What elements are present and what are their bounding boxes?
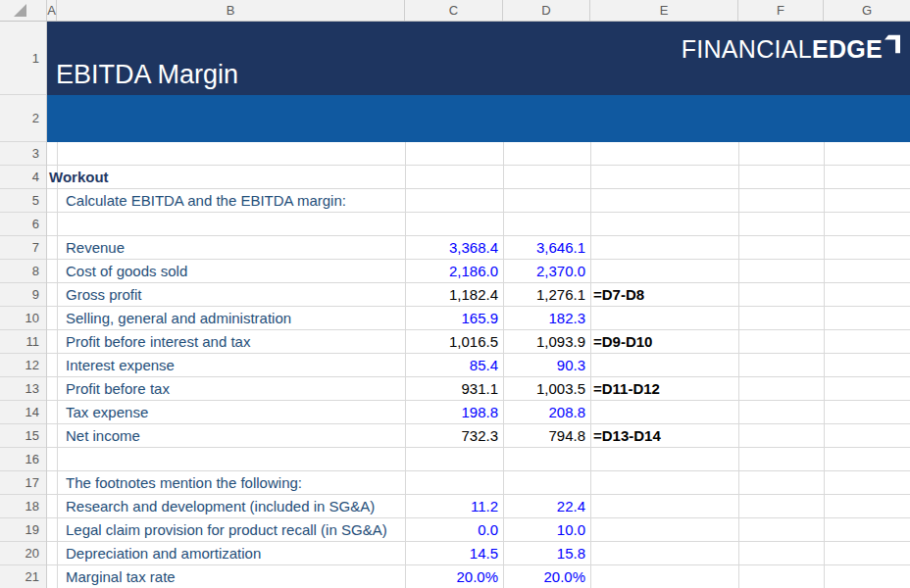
cell-B19[interactable]: Legal claim provision for product recall… bbox=[57, 518, 405, 542]
cell-D12[interactable]: 90.3 bbox=[503, 354, 590, 377]
column-header-C[interactable]: C bbox=[405, 0, 503, 21]
row-header-5[interactable]: 5 bbox=[0, 189, 46, 213]
cell-B5[interactable]: Calculate EBITDA and the EBITDA margin: bbox=[57, 189, 405, 213]
row-header-2[interactable]: 2 bbox=[0, 95, 46, 142]
cell-C10[interactable]: 165.9 bbox=[405, 307, 503, 330]
cell-E13[interactable]: =D11-D12 bbox=[590, 377, 738, 401]
cell-D7[interactable]: 3,646.1 bbox=[503, 236, 590, 260]
row-header-20[interactable]: 20 bbox=[0, 542, 46, 565]
cell-A10[interactable] bbox=[47, 307, 57, 330]
cell-B9[interactable]: Gross profit bbox=[57, 283, 405, 307]
cell-D11[interactable]: 1,093.9 bbox=[503, 330, 590, 354]
cell-B20[interactable]: Depreciation and amortization bbox=[57, 542, 405, 565]
cell-B11[interactable]: Profit before interest and tax bbox=[57, 330, 405, 354]
cell-C8[interactable]: 2,186.0 bbox=[405, 260, 503, 283]
cell-E9[interactable]: =D7-D8 bbox=[590, 283, 738, 307]
cell-C7[interactable]: 3,368.4 bbox=[405, 236, 503, 260]
cell-A16[interactable] bbox=[47, 448, 57, 471]
cell-C9[interactable]: 1,182.4 bbox=[405, 283, 503, 307]
cell-A20[interactable] bbox=[47, 542, 57, 565]
column-header-D[interactable]: D bbox=[503, 0, 590, 21]
cell-B21[interactable]: Marginal tax rate bbox=[57, 565, 405, 588]
row-header-19[interactable]: 19 bbox=[0, 518, 46, 542]
cell-A17[interactable] bbox=[47, 471, 57, 495]
row-header-18[interactable]: 18 bbox=[0, 495, 46, 518]
sheet-row-14: Tax expense 198.8 208.8 bbox=[47, 401, 910, 424]
row-header-12[interactable]: 12 bbox=[0, 354, 46, 377]
row-header-16[interactable]: 16 bbox=[0, 448, 46, 471]
cell-D14[interactable]: 208.8 bbox=[503, 401, 590, 424]
cell-B10[interactable]: Selling, general and administration bbox=[57, 307, 405, 330]
cell-D15[interactable]: 794.8 bbox=[503, 424, 590, 448]
cell-D19[interactable]: 10.0 bbox=[503, 518, 590, 542]
cell-A9[interactable] bbox=[47, 283, 57, 307]
column-header-G[interactable]: G bbox=[824, 0, 910, 21]
cell-A3[interactable] bbox=[47, 142, 57, 166]
cell-A6[interactable] bbox=[47, 213, 57, 236]
cell-A4[interactable]: Workout bbox=[47, 166, 395, 189]
row-header-3[interactable]: 3 bbox=[0, 142, 46, 166]
row-header-17[interactable]: 17 bbox=[0, 471, 46, 495]
cell-D9[interactable]: 1,276.1 bbox=[503, 283, 590, 307]
cell-A13[interactable] bbox=[47, 377, 57, 401]
row-header-8[interactable]: 8 bbox=[0, 260, 46, 283]
row-header-13[interactable]: 13 bbox=[0, 377, 46, 401]
cell-A7[interactable] bbox=[47, 236, 57, 260]
cell-B8[interactable]: Cost of goods sold bbox=[57, 260, 405, 283]
cell-A15[interactable] bbox=[47, 424, 57, 448]
cell-A14[interactable] bbox=[47, 401, 57, 424]
cell-A19[interactable] bbox=[47, 518, 57, 542]
row-header-6[interactable]: 6 bbox=[0, 213, 46, 236]
select-all-corner[interactable] bbox=[0, 0, 47, 21]
select-all-triangle-icon bbox=[14, 4, 26, 17]
row-header-4[interactable]: 4 bbox=[0, 166, 46, 189]
cell-E15[interactable]: =D13-D14 bbox=[590, 424, 738, 448]
cell-B7[interactable]: Revenue bbox=[57, 236, 405, 260]
cell-C19[interactable]: 0.0 bbox=[405, 518, 503, 542]
cell-A18[interactable] bbox=[47, 495, 57, 518]
cell-D18[interactable]: 22.4 bbox=[503, 495, 590, 518]
cell-E11[interactable]: =D9-D10 bbox=[590, 330, 738, 354]
cell-A12[interactable] bbox=[47, 354, 57, 377]
cell-B17[interactable]: The footnotes mention the following: bbox=[57, 471, 405, 495]
cell-C13[interactable]: 931.1 bbox=[405, 377, 503, 401]
cell-D13[interactable]: 1,003.5 bbox=[503, 377, 590, 401]
title-banner-cell[interactable]: EBITDA Margin FINANCIALEDGE bbox=[47, 22, 910, 95]
cell-C18[interactable]: 11.2 bbox=[405, 495, 503, 518]
cell-C11[interactable]: 1,016.5 bbox=[405, 330, 503, 354]
cell-C12[interactable]: 85.4 bbox=[405, 354, 503, 377]
column-header-E[interactable]: E bbox=[590, 0, 738, 21]
cell-D21[interactable]: 20.0% bbox=[503, 565, 590, 588]
sheet-row-8: Cost of goods sold 2,186.0 2,370.0 bbox=[47, 260, 910, 283]
cell-B13[interactable]: Profit before tax bbox=[57, 377, 405, 401]
row-header-21[interactable]: 21 bbox=[0, 565, 46, 588]
cell-A8[interactable] bbox=[47, 260, 57, 283]
row-header-11[interactable]: 11 bbox=[0, 330, 46, 354]
cell-C21[interactable]: 20.0% bbox=[405, 565, 503, 588]
row-header-14[interactable]: 14 bbox=[0, 401, 46, 424]
cell-B15[interactable]: Net income bbox=[57, 424, 405, 448]
banner-accent-cell[interactable] bbox=[47, 95, 910, 142]
cell-A5[interactable] bbox=[47, 189, 57, 213]
cell-C20[interactable]: 14.5 bbox=[405, 542, 503, 565]
sheet-row-18: Research and development (included in SG… bbox=[47, 495, 910, 518]
cell-A21[interactable] bbox=[47, 565, 57, 588]
cell-D8[interactable]: 2,370.0 bbox=[503, 260, 590, 283]
cell-C15[interactable]: 732.3 bbox=[405, 424, 503, 448]
column-header-F[interactable]: F bbox=[738, 0, 824, 21]
column-header-A[interactable]: A bbox=[47, 0, 57, 21]
cell-C14[interactable]: 198.8 bbox=[405, 401, 503, 424]
cell-B18[interactable]: Research and development (included in SG… bbox=[57, 495, 405, 518]
row-header-7[interactable]: 7 bbox=[0, 236, 46, 260]
cell-D10[interactable]: 182.3 bbox=[503, 307, 590, 330]
row-header-1[interactable]: 1 bbox=[0, 22, 46, 95]
row-header-10[interactable]: 10 bbox=[0, 307, 46, 330]
row-header-9[interactable]: 9 bbox=[0, 283, 46, 307]
cell-A11[interactable] bbox=[47, 330, 57, 354]
page-title: EBITDA Margin bbox=[56, 60, 238, 89]
cell-B12[interactable]: Interest expense bbox=[57, 354, 405, 377]
cell-D20[interactable]: 15.8 bbox=[503, 542, 590, 565]
cell-B14[interactable]: Tax expense bbox=[57, 401, 405, 424]
row-header-15[interactable]: 15 bbox=[0, 424, 46, 448]
column-header-B[interactable]: B bbox=[57, 0, 405, 21]
